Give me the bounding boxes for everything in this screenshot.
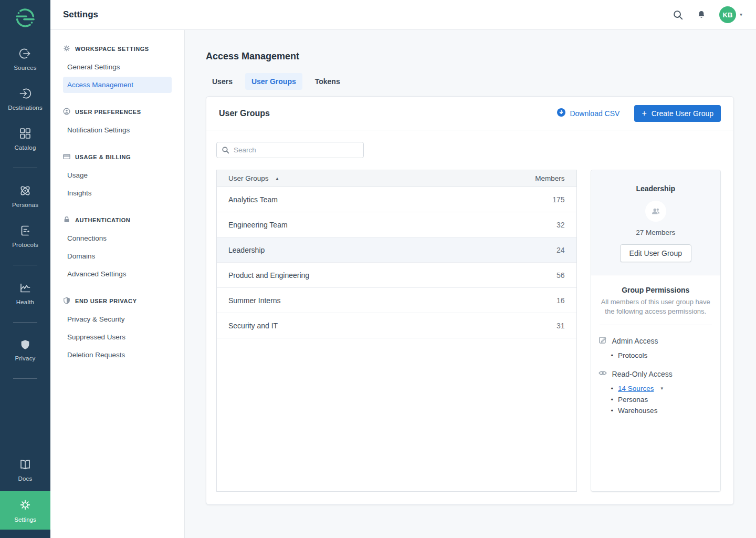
sidebar-item-privacy[interactable]: Privacy (0, 338, 50, 361)
column-header-members[interactable]: Members (535, 174, 564, 182)
sidebar-item-label: Privacy (15, 355, 35, 361)
group-name: Security and IT (228, 322, 278, 330)
nav-item-advanced-settings[interactable]: Advanced Settings (63, 266, 172, 282)
sidebar-divider (13, 378, 37, 379)
group-name: Product and Engineering (228, 271, 309, 280)
table-row-selected[interactable]: Leadership 24 (217, 237, 576, 263)
create-user-group-button[interactable]: + Create User Group (634, 105, 721, 122)
topbar-actions: KB ▾ (673, 6, 742, 23)
personas-atom-icon (18, 184, 32, 198)
gear-icon (19, 499, 32, 512)
nav-section-header: WORKSPACE SETTINGS (63, 45, 172, 53)
read-only-access-group: Read-Only Access • 14 Sources ▾ • (598, 369, 713, 416)
sort-ascending-icon[interactable]: ▲ (275, 176, 280, 181)
card-actions: Download CSV + Create User Group (557, 105, 721, 122)
tab-user-groups[interactable]: User Groups (245, 73, 302, 90)
nav-item-connections[interactable]: Connections (63, 230, 172, 246)
app-sidebar: Sources Destinations Catalog Personas (0, 0, 50, 538)
nav-item-general-settings[interactable]: General Settings (63, 59, 172, 75)
nav-item-privacy-security[interactable]: Privacy & Security (63, 311, 172, 327)
group-members-count: 56 (556, 271, 565, 280)
edit-user-group-button[interactable]: Edit User Group (620, 244, 691, 262)
search-input[interactable] (216, 142, 364, 158)
permissions-description: All members of this user group have the … (598, 297, 713, 316)
sources-icon (18, 47, 32, 60)
group-name: Engineering Team (228, 221, 288, 229)
tab-tokens[interactable]: Tokens (309, 73, 346, 90)
segment-logo-icon[interactable] (14, 7, 36, 31)
tab-users[interactable]: Users (206, 73, 239, 90)
nav-section-header: USAGE & BILLING (63, 153, 172, 161)
sidebar-item-settings-active[interactable]: Settings (0, 491, 50, 530)
list-item: • Personas (611, 394, 713, 405)
nav-item-domains[interactable]: Domains (63, 248, 172, 264)
eye-icon (598, 369, 607, 379)
group-members-count: 24 (556, 246, 565, 254)
download-icon (557, 108, 565, 118)
list-item: • Protocols (611, 350, 713, 361)
sidebar-item-label: Catalog (14, 144, 36, 151)
column-header-user-groups[interactable]: User Groups (228, 174, 269, 182)
settings-nav: WORKSPACE SETTINGS General Settings Acce… (50, 30, 185, 538)
privacy-shield-icon (19, 338, 32, 351)
sidebar-item-personas[interactable]: Personas (0, 184, 50, 208)
panel-permissions: Group Permissions All members of this us… (591, 275, 720, 434)
sidebar-item-destinations[interactable]: Destinations (0, 87, 50, 111)
download-csv-link[interactable]: Download CSV (557, 108, 620, 118)
nav-section-user-preferences: USER PREFERENCES Notification Settings (63, 108, 172, 138)
user-menu[interactable]: KB ▾ (719, 6, 742, 23)
admin-access-list: • Protocols (598, 350, 713, 361)
group-members-count: 32 (556, 221, 565, 229)
group-members-count: 31 (556, 322, 565, 330)
nav-section-end-user-privacy: END USER PRIVACY Privacy & Security Supp… (63, 297, 172, 363)
group-name: Summer Interns (228, 296, 281, 305)
topbar: Settings KB ▾ (50, 0, 756, 30)
sidebar-item-label: Docs (18, 475, 32, 482)
nav-item-deletion-requests[interactable]: Deletion Requests (63, 347, 172, 363)
nav-item-usage[interactable]: Usage (63, 167, 172, 183)
lock-icon (63, 216, 70, 224)
nav-item-insights[interactable]: Insights (63, 185, 172, 201)
table-row[interactable]: Product and Engineering 56 (217, 263, 576, 288)
read-only-access-header: Read-Only Access (598, 369, 713, 379)
list-item: • 14 Sources ▾ (611, 383, 713, 394)
main-content: Access Management Users User Groups Toke… (185, 0, 756, 505)
sidebar-divider (13, 168, 37, 168)
table-row[interactable]: Engineering Team 32 (217, 212, 576, 237)
sidebar-item-label: Destinations (8, 105, 43, 111)
sidebar-item-docs[interactable]: Docs (0, 458, 50, 482)
table-row[interactable]: Summer Interns 16 (217, 288, 576, 313)
notifications-bell-icon[interactable] (696, 9, 707, 20)
nav-item-access-management[interactable]: Access Management (63, 77, 172, 93)
avatar[interactable]: KB (719, 6, 736, 23)
sidebar-item-sources[interactable]: Sources (0, 47, 50, 71)
chevron-down-icon[interactable]: ▾ (660, 383, 663, 394)
bullet: • (611, 394, 614, 405)
group-member-count: 27 Members (600, 229, 712, 236)
people-icon (650, 206, 661, 216)
nav-item-notification-settings[interactable]: Notification Settings (63, 122, 172, 138)
table-row[interactable]: Security and IT 31 (217, 313, 576, 338)
table-and-panel: User Groups ▲ Members Analytics Team 175… (216, 170, 721, 492)
sources-count-link[interactable]: 14 Sources (618, 383, 654, 394)
search-icon[interactable] (673, 9, 684, 20)
table-row[interactable]: Analytics Team 175 (217, 187, 576, 212)
search-icon (222, 146, 229, 154)
sidebar-item-catalog[interactable]: Catalog (0, 127, 50, 151)
admin-access-group: Admin Access • Protocols (598, 336, 713, 361)
card-title: User Groups (219, 109, 270, 118)
page-title: Access Management (206, 51, 756, 62)
nav-section-header: END USER PRIVACY (63, 297, 172, 305)
credit-card-icon (63, 153, 70, 161)
destinations-icon (18, 87, 32, 100)
card-header: User Groups Download CSV + Create User G… (206, 97, 733, 130)
nav-item-suppressed-users[interactable]: Suppressed Users (63, 329, 172, 345)
nav-section-header: AUTHENTICATION (63, 216, 172, 224)
sidebar-item-health[interactable]: Health (0, 281, 50, 305)
sidebar-item-label: Health (16, 299, 34, 305)
sidebar-item-protocols[interactable]: Protocols (0, 224, 50, 248)
card-body: User Groups ▲ Members Analytics Team 175… (206, 130, 733, 504)
sidebar-divider (13, 265, 37, 265)
chevron-down-icon: ▾ (740, 12, 742, 17)
nav-section-authentication: AUTHENTICATION Connections Domains Advan… (63, 216, 172, 282)
